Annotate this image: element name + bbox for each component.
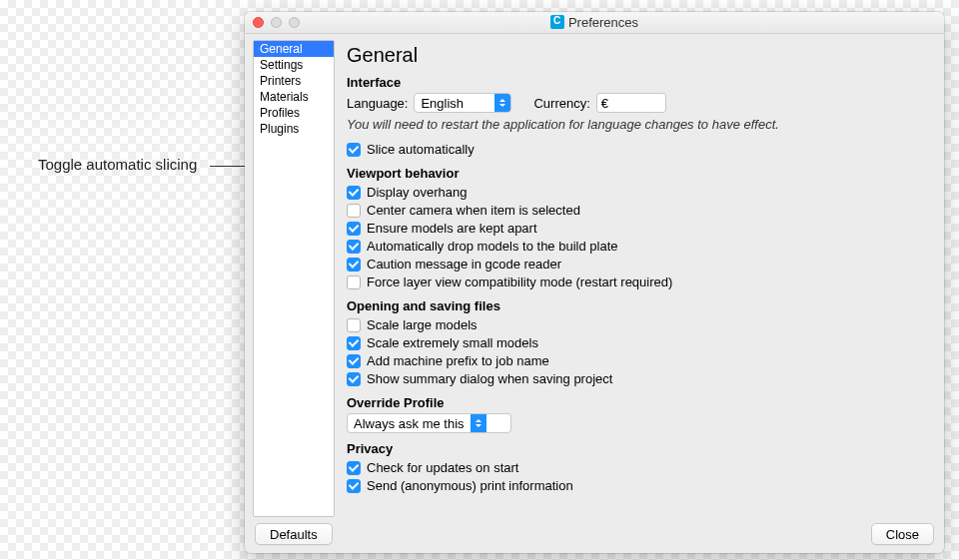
scale-large-label: Scale large models: [367, 316, 478, 333]
currency-field[interactable]: €: [596, 93, 666, 113]
defaults-button[interactable]: Defaults: [255, 523, 333, 545]
sidebar-item-printers[interactable]: Printers: [254, 73, 334, 89]
override-profile-value: Always ask me this: [348, 416, 471, 431]
window-title: Preferences: [245, 15, 944, 30]
summary-dialog-label: Show summary dialog when saving project: [367, 370, 612, 387]
override-profile-select[interactable]: Always ask me this: [347, 413, 511, 433]
annotation-label: Toggle automatic slicing: [38, 156, 197, 173]
scale-large-checkbox[interactable]: [347, 318, 361, 332]
gcode-caution-checkbox[interactable]: [347, 258, 361, 272]
slice-automatically-label: Slice automatically: [367, 141, 475, 158]
restart-note: You will need to restart the application…: [347, 117, 930, 132]
select-stepper-icon: [471, 414, 486, 432]
minimize-window-button[interactable]: [271, 17, 282, 28]
language-value: English: [415, 96, 494, 111]
send-print-info-label: Send (anonymous) print information: [367, 477, 573, 494]
preferences-window: Preferences General Settings Printers Ma…: [245, 12, 944, 553]
models-apart-checkbox[interactable]: [347, 222, 361, 236]
center-camera-checkbox[interactable]: [347, 204, 361, 218]
sidebar-item-profiles[interactable]: Profiles: [254, 105, 334, 121]
general-panel: General Interface Language: English Curr…: [343, 40, 936, 517]
close-window-button[interactable]: [253, 17, 264, 28]
send-print-info-checkbox[interactable]: [347, 479, 361, 493]
auto-drop-label: Automatically drop models to the build p…: [367, 238, 617, 255]
models-apart-label: Ensure models are kept apart: [367, 220, 537, 237]
currency-value: €: [601, 96, 608, 111]
page-title: General: [347, 44, 930, 67]
sidebar-item-settings[interactable]: Settings: [254, 57, 334, 73]
scale-small-label: Scale extremely small models: [367, 334, 538, 351]
section-viewport: Viewport behavior: [347, 166, 930, 181]
section-override: Override Profile: [347, 395, 930, 410]
titlebar: Preferences: [245, 12, 944, 34]
display-overhang-checkbox[interactable]: [347, 186, 361, 200]
gcode-caution-label: Caution message in gcode reader: [367, 256, 561, 273]
machine-prefix-checkbox[interactable]: [347, 354, 361, 368]
section-privacy: Privacy: [347, 441, 930, 456]
display-overhang-label: Display overhang: [367, 184, 467, 201]
check-updates-label: Check for updates on start: [367, 459, 518, 476]
scale-small-checkbox[interactable]: [347, 336, 361, 350]
sidebar-item-plugins[interactable]: Plugins: [254, 121, 334, 137]
layer-compat-label: Force layer view compatibility mode (res…: [367, 274, 672, 290]
language-label: Language:: [347, 96, 408, 111]
select-stepper-icon: [494, 94, 510, 112]
close-button[interactable]: Close: [871, 523, 934, 545]
summary-dialog-checkbox[interactable]: [347, 372, 361, 386]
sidebar: General Settings Printers Materials Prof…: [253, 40, 335, 517]
check-updates-checkbox[interactable]: [347, 461, 361, 475]
slice-automatically-checkbox[interactable]: [347, 143, 361, 157]
sidebar-item-general[interactable]: General: [254, 41, 334, 57]
window-footer: Defaults Close: [245, 517, 944, 553]
window-body: General Settings Printers Materials Prof…: [245, 34, 944, 517]
currency-label: Currency:: [533, 96, 589, 111]
auto-drop-checkbox[interactable]: [347, 240, 361, 254]
sidebar-item-materials[interactable]: Materials: [254, 89, 334, 105]
zoom-window-button[interactable]: [289, 17, 300, 28]
section-interface: Interface: [347, 75, 930, 90]
language-select[interactable]: English: [414, 93, 511, 113]
center-camera-label: Center camera when item is selected: [367, 202, 580, 219]
app-icon: [550, 15, 564, 29]
layer-compat-checkbox[interactable]: [347, 276, 361, 289]
section-files: Opening and saving files: [347, 298, 930, 313]
machine-prefix-label: Add machine prefix to job name: [367, 352, 549, 369]
